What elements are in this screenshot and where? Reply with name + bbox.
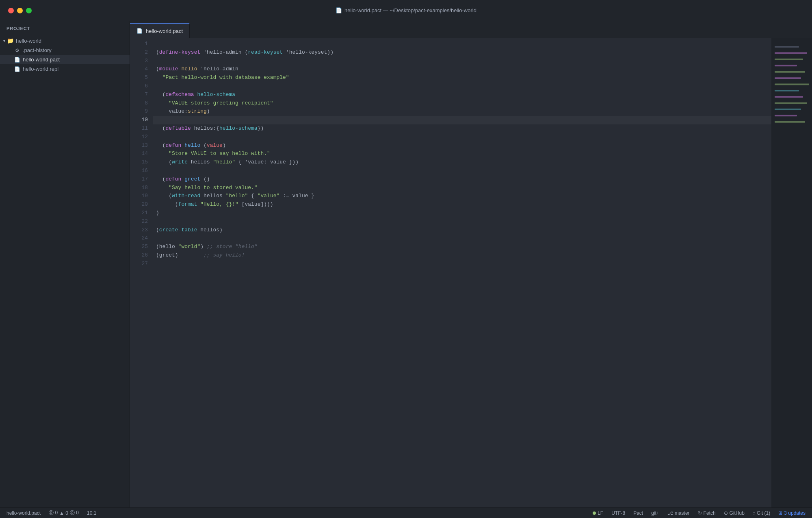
- svg-rect-11: [775, 109, 801, 110]
- git-commits-icon: ↕: [753, 510, 755, 516]
- tab-bar: 📄 hello-world.pact: [130, 21, 812, 38]
- sidebar: Project ▾ 📁 hello-world ⚙ .pact-history …: [0, 21, 130, 507]
- code-line-26: (greet) ;; say hello!: [153, 251, 771, 260]
- svg-rect-13: [775, 121, 805, 123]
- github-icon: ⊙: [724, 510, 728, 516]
- sidebar-item-hello-world-repl[interactable]: 📄 hello-world.repl: [0, 64, 130, 74]
- code-line-2: (define-keyset 'hello-admin (read-keyset…: [153, 48, 771, 57]
- titlebar: 📄 hello-world.pact — ~/Desktop/pact-exam…: [0, 0, 812, 21]
- updates-icon: ⊞: [778, 510, 782, 516]
- ln-1: 1: [130, 40, 148, 48]
- code-line-21: ): [153, 209, 771, 218]
- status-github[interactable]: ⊙ GitHub: [722, 510, 746, 516]
- ln-16: 16: [130, 167, 148, 175]
- status-updates[interactable]: ⊞ 3 updates: [777, 510, 807, 516]
- sidebar-header: Project: [0, 21, 130, 36]
- status-warnings-text: ▲ 0: [59, 510, 68, 516]
- code-line-5: "Pact hello-world with database example": [153, 74, 771, 82]
- maximize-button[interactable]: [26, 8, 32, 13]
- window-title: hello-world.pact — ~/Desktop/pact-exampl…: [344, 7, 476, 13]
- status-info-text: ⓪ 0: [70, 509, 79, 516]
- status-filename[interactable]: hello-world.pact: [5, 510, 42, 516]
- ln-8: 8: [130, 99, 148, 108]
- sidebar-item-pact-history[interactable]: ⚙ .pact-history: [0, 46, 130, 55]
- status-eol[interactable]: LF: [591, 510, 605, 516]
- minimap-svg: [771, 38, 812, 507]
- status-left: hello-world.pact ⓪ 0 ▲ 0 ⓪ 0 10:1: [5, 509, 98, 516]
- code-line-15: (write hellos "hello" { 'value: value })…: [153, 158, 771, 167]
- status-errors[interactable]: ⓪ 0 ▲ 0 ⓪ 0: [47, 509, 80, 516]
- status-fetch-text: Fetch: [704, 510, 716, 516]
- ln-18: 18: [130, 184, 148, 192]
- folder-icon: 📁: [6, 37, 14, 44]
- code-line-22: [153, 218, 771, 226]
- status-fetch-button[interactable]: ↻ Fetch: [696, 510, 717, 516]
- code-line-3: [153, 57, 771, 65]
- svg-rect-6: [775, 77, 801, 79]
- code-line-4: (module hello 'hello-admin: [153, 65, 771, 74]
- code-line-1: [153, 40, 771, 48]
- code-line-19: (with-read hellos "hello" { "value" := v…: [153, 192, 771, 200]
- ln-4: 4: [130, 65, 148, 74]
- ln-27: 27: [130, 260, 148, 268]
- status-bar: hello-world.pact ⓪ 0 ▲ 0 ⓪ 0 10:1 LF UTF…: [0, 507, 812, 518]
- ln-13: 13: [130, 141, 148, 150]
- status-branch-icon: ⎇: [667, 510, 673, 516]
- tab-hello-world-pact[interactable]: 📄 hello-world.pact: [130, 23, 190, 38]
- status-filename-text: hello-world.pact: [6, 510, 41, 516]
- tab-file-icon: 📄: [136, 28, 143, 34]
- pact-history-label: .pact-history: [23, 47, 52, 53]
- ln-19: 19: [130, 192, 148, 200]
- code-line-17: (defun greet (): [153, 175, 771, 184]
- code-line-25: (hello "world") ;; store "hello": [153, 243, 771, 251]
- ln-5: 5: [130, 74, 148, 82]
- code-content[interactable]: (define-keyset 'hello-admin (read-keyset…: [153, 38, 771, 507]
- ln-20: 20: [130, 200, 148, 209]
- ln-15: 15: [130, 158, 148, 167]
- sidebar-item-hello-world-folder[interactable]: ▾ 📁 hello-world: [0, 36, 130, 46]
- ln-9: 9: [130, 107, 148, 116]
- code-line-6: [153, 82, 771, 91]
- tab-label: hello-world.pact: [146, 28, 183, 34]
- code-editor[interactable]: 1 2 3 4 5 6 7 8 9 10 11 12 13 14 15 16 1…: [130, 38, 812, 507]
- sidebar-item-hello-world-pact[interactable]: 📄 hello-world.pact: [0, 55, 130, 64]
- status-errors-text: ⓪ 0: [49, 509, 58, 516]
- svg-rect-12: [775, 115, 797, 116]
- svg-rect-2: [775, 52, 807, 54]
- code-line-9: value:string): [153, 107, 771, 116]
- status-language-text: Pact: [633, 510, 643, 516]
- code-line-16: [153, 167, 771, 175]
- code-line-23: (create-table hellos): [153, 226, 771, 235]
- traffic-lights: [8, 8, 32, 13]
- code-line-8: "VALUE stores greeting recipient": [153, 99, 771, 108]
- status-git-commits[interactable]: ↕ Git (1): [751, 510, 772, 516]
- close-button[interactable]: [8, 8, 14, 13]
- status-cursor[interactable]: 10:1: [85, 510, 98, 516]
- ln-7: 7: [130, 91, 148, 99]
- ln-2: 2: [130, 48, 148, 57]
- code-line-10: [153, 116, 771, 124]
- svg-rect-10: [775, 102, 807, 104]
- minimize-button[interactable]: [17, 8, 23, 13]
- svg-rect-4: [775, 65, 797, 66]
- status-lf-text: LF: [598, 510, 603, 516]
- status-language[interactable]: Pact: [632, 510, 645, 516]
- status-git-plus[interactable]: git+: [650, 510, 661, 516]
- gear-icon: ⚙: [13, 48, 21, 53]
- svg-rect-5: [775, 71, 805, 73]
- code-line-24: [153, 234, 771, 243]
- ln-25: 25: [130, 243, 148, 251]
- chevron-down-icon: ▾: [3, 39, 5, 43]
- svg-rect-3: [775, 59, 803, 60]
- status-branch[interactable]: ⎇ master: [666, 510, 691, 516]
- file-icon: 📄: [336, 7, 342, 14]
- ln-3: 3: [130, 57, 148, 65]
- code-line-18: "Say hello to stored value.": [153, 184, 771, 192]
- status-right: LF UTF-8 Pact git+ ⎇ master ↻ Fetch ⊙ Gi…: [591, 510, 807, 516]
- status-cursor-text: 10:1: [87, 510, 96, 516]
- status-charset[interactable]: UTF-8: [610, 510, 627, 516]
- status-updates-text: 3 updates: [784, 510, 806, 516]
- status-github-text: GitHub: [730, 510, 745, 516]
- status-git-plus-text: git+: [651, 510, 659, 516]
- code-line-12: [153, 133, 771, 141]
